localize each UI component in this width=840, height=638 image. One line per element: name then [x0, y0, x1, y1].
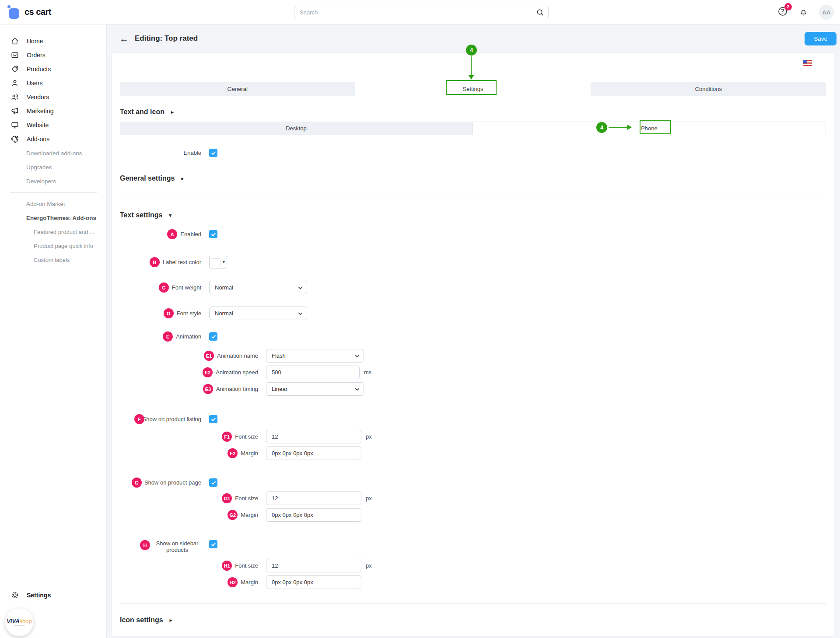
search-input[interactable] — [294, 6, 549, 19]
sidebar-item-label: Products — [27, 66, 51, 73]
sidebar-item-developers[interactable]: Developers — [0, 174, 106, 188]
row-animation: EAnimation — [120, 331, 826, 342]
font-style-select[interactable]: Normal — [209, 307, 307, 320]
step-badge-h: H — [140, 540, 150, 550]
step-badge-g1: G1 — [222, 493, 232, 503]
sidebar-item-settings[interactable]: Settings — [0, 588, 106, 602]
vivashop-logo[interactable]: VIVAshop — [5, 608, 33, 636]
section-text-and-icon[interactable]: Text and icon ▸ — [120, 107, 826, 117]
megaphone-icon — [10, 107, 19, 116]
show-on-product-listing-checkbox[interactable] — [209, 415, 217, 423]
enable-label: Enable — [184, 150, 201, 156]
sidebar: Home Orders Products Users Vendors Marke… — [0, 24, 107, 638]
field-label: Font style — [177, 310, 201, 317]
section-title: Icon settings — [120, 616, 163, 624]
animation-name-select[interactable]: Flash — [266, 349, 364, 363]
margin-input[interactable] — [266, 508, 361, 522]
sidebar-item-addon-market[interactable]: Add-on Market — [0, 197, 106, 211]
sidebar-item-orders[interactable]: Orders — [0, 48, 106, 62]
save-button[interactable]: Save — [805, 32, 836, 45]
sidebar-item-users[interactable]: Users — [0, 76, 106, 90]
section-general-settings[interactable]: General settings ▸ — [120, 174, 826, 183]
sidebar-item-downloaded-addons[interactable]: Downloaded add-ons — [0, 146, 106, 160]
notifications-button[interactable] — [798, 7, 808, 18]
field-label: Show on product listing — [143, 416, 201, 422]
field-label: Label text color — [163, 259, 201, 265]
row-margin-listing: F2Margin — [120, 446, 826, 460]
sidebar-item-custom-labels[interactable]: Custom labels — [0, 253, 106, 267]
field-label: Font weight — [172, 284, 201, 291]
field-label: Margin — [241, 450, 258, 457]
font-size-input[interactable] — [266, 492, 361, 505]
search-icon[interactable] — [536, 8, 544, 18]
language-flag-us-icon[interactable] — [803, 60, 812, 66]
sidebar-item-energothemes[interactable]: EnergoThemes: Add-ons — [0, 211, 106, 225]
font-weight-select[interactable]: Normal — [209, 281, 307, 294]
sidebar-item-products[interactable]: Products — [0, 62, 106, 76]
font-size-input[interactable] — [266, 430, 361, 443]
monitor-icon — [10, 121, 19, 130]
step-badge-h1: H1 — [222, 561, 232, 571]
dropdown-arrow-icon: ▼ — [222, 260, 226, 264]
tab-desktop[interactable]: Desktop — [120, 122, 472, 135]
animation-speed-input[interactable] — [266, 366, 360, 379]
user-icon — [10, 79, 19, 88]
field-label: Font size — [235, 495, 258, 502]
show-on-sidebar-products-checkbox[interactable] — [209, 540, 217, 548]
row-show-on-product-listing: FShow on product listing — [120, 414, 826, 424]
step-badge-h2: H2 — [228, 577, 238, 587]
annotation-arrowhead-right — [627, 125, 632, 130]
field-label: Animation timing — [216, 386, 258, 392]
sidebar-item-addons[interactable]: Add-ons — [0, 132, 106, 146]
home-icon — [10, 37, 19, 46]
section-text-settings[interactable]: Text settings ▾ — [120, 210, 826, 220]
annotation-step-4-phone: 4 — [596, 122, 607, 133]
page-title: Editing: Top rated — [135, 34, 198, 43]
enable-checkbox[interactable] — [209, 149, 217, 157]
back-button[interactable]: ← — [119, 34, 129, 43]
section-icon-settings[interactable]: Icon settings ▸ — [120, 615, 826, 625]
cscart-logo[interactable]: cs cart — [7, 5, 51, 19]
section-title: Text and icon — [120, 108, 164, 116]
settings-card: 4 4 General Settings Conditions Text and… — [112, 52, 834, 637]
field-label: Show on sidebar products — [153, 540, 201, 553]
margin-input[interactable] — [266, 446, 361, 460]
annotation-box-phone-tab — [640, 120, 671, 134]
users-icon — [10, 93, 19, 102]
annotation-arrow-right — [609, 127, 628, 128]
step-badge-d: D — [164, 308, 174, 318]
color-picker[interactable]: ▼ — [209, 256, 227, 268]
tab-general[interactable]: General — [120, 82, 355, 96]
sidebar-item-upgrades[interactable]: Upgrades — [0, 160, 106, 174]
step-badge-f2: F2 — [228, 448, 238, 458]
tab-conditions[interactable]: Conditions — [591, 82, 826, 96]
show-on-product-page-checkbox[interactable] — [209, 478, 217, 487]
field-label: Animation name — [217, 352, 258, 359]
help-button[interactable]: 2 — [777, 6, 788, 18]
animation-timing-select[interactable]: Linear — [266, 382, 364, 396]
step-badge-g: G — [132, 478, 142, 488]
sidebar-item-vendors[interactable]: Vendors — [0, 90, 106, 104]
sidebar-item-marketing[interactable]: Marketing — [0, 104, 106, 118]
unit-suffix: px — [366, 495, 372, 502]
topbar-actions: 2 AA — [777, 0, 834, 24]
help-badge: 2 — [784, 3, 792, 10]
sidebar-item-home[interactable]: Home — [0, 34, 106, 48]
enabled-checkbox[interactable] — [209, 230, 217, 238]
sidebar-item-website[interactable]: Website — [0, 118, 106, 132]
annotation-step-4-tabs: 4 — [466, 45, 477, 56]
animation-checkbox[interactable] — [209, 332, 217, 341]
sidebar-item-label: Vendors — [27, 94, 49, 101]
avatar[interactable]: AA — [819, 5, 834, 20]
sidebar-item-featured-product[interactable]: Featured product and ... — [0, 225, 106, 239]
row-font-size-sidebar: H1Font size px — [120, 559, 826, 572]
field-label: Font size — [235, 433, 258, 440]
step-badge-e3: E3 — [203, 384, 213, 394]
tag-icon — [10, 65, 19, 74]
expand-arrow-icon: ▸ — [181, 176, 184, 181]
font-size-input[interactable] — [266, 559, 361, 572]
margin-input[interactable] — [266, 575, 361, 589]
annotation-box-settings-tab — [446, 80, 497, 95]
device-tabs: Desktop Phone — [120, 122, 826, 135]
sidebar-item-product-page-quick-info[interactable]: Product page quick info — [0, 239, 106, 253]
